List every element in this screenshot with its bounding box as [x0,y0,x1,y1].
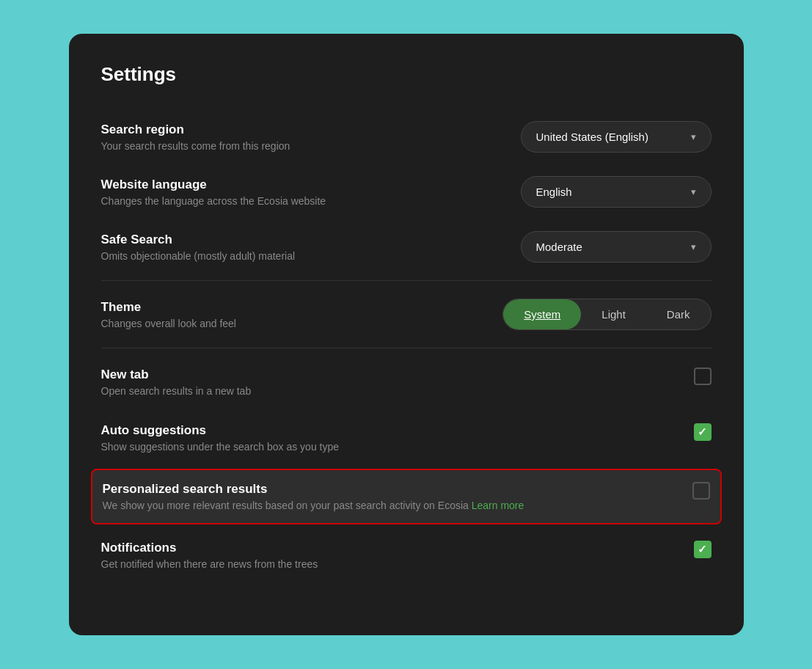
theme-desc: Changes overall look and feel [101,318,474,329]
auto-suggestions-row: Auto suggestions Show suggestions under … [101,410,712,466]
website-language-info: Website language Changes the language ac… [101,178,491,207]
learn-more-link[interactable]: Learn more [472,500,524,511]
theme-toggle-group: System Light Dark [502,299,711,330]
personalized-search-info: Personalized search results We show you … [103,482,663,511]
notifications-checkbox[interactable] [694,541,712,558]
new-tab-control [694,368,712,385]
notifications-desc: Get notified when there are news from th… [101,558,665,570]
safe-search-control: Moderate ▾ [521,231,712,263]
safe-search-desc: Omits objectionable (mostly adult) mater… [101,250,491,262]
search-region-control: United States (English) ▾ [521,121,712,153]
settings-panel: Settings Search region Your search resul… [69,34,744,635]
theme-system-button[interactable]: System [503,299,581,329]
search-region-info: Search region Your search results come f… [101,123,491,152]
theme-dark-button[interactable]: Dark [646,299,711,329]
personalized-search-checkbox[interactable] [692,482,710,500]
new-tab-info: New tab Open search results in a new tab [101,368,665,397]
website-language-value: English [536,186,572,198]
divider-1 [101,280,712,281]
chevron-down-icon: ▾ [691,131,696,142]
new-tab-row: New tab Open search results in a new tab [101,354,712,410]
notifications-row: Notifications Get notified when there ar… [101,527,712,583]
safe-search-row: Safe Search Omits objectionable (mostly … [101,219,712,274]
website-language-control: English ▾ [521,176,712,208]
search-region-dropdown[interactable]: United States (English) ▾ [521,121,712,153]
personalized-search-label: Personalized search results [103,482,663,497]
search-region-label: Search region [101,123,491,137]
chevron-down-icon: ▾ [691,241,696,252]
notifications-info: Notifications Get notified when there ar… [101,541,665,570]
website-language-label: Website language [101,178,491,192]
new-tab-label: New tab [101,368,665,382]
auto-suggestions-checkbox[interactable] [694,423,712,441]
theme-light-button[interactable]: Light [581,299,646,329]
personalized-search-row: Personalized search results We show you … [91,469,722,524]
website-language-dropdown[interactable]: English ▾ [521,176,712,208]
notifications-label: Notifications [101,541,665,555]
divider-2 [101,348,712,348]
personalized-search-control [692,482,710,500]
new-tab-checkbox[interactable] [694,368,712,385]
settings-title: Settings [101,63,712,86]
auto-suggestions-desc: Show suggestions under the search box as… [101,441,665,453]
theme-row: Theme Changes overall look and feel Syst… [101,287,712,342]
safe-search-info: Safe Search Omits objectionable (mostly … [101,233,491,262]
safe-search-label: Safe Search [101,233,491,247]
theme-info: Theme Changes overall look and feel [101,300,474,329]
auto-suggestions-info: Auto suggestions Show suggestions under … [101,423,665,453]
safe-search-value: Moderate [536,241,582,253]
theme-label: Theme [101,300,474,315]
auto-suggestions-control [694,423,712,441]
theme-control: System Light Dark [502,299,711,330]
website-language-desc: Changes the language across the Ecosia w… [101,195,491,207]
safe-search-dropdown[interactable]: Moderate ▾ [521,231,712,263]
auto-suggestions-label: Auto suggestions [101,423,665,438]
new-tab-desc: Open search results in a new tab [101,385,665,397]
chevron-down-icon: ▾ [691,186,696,197]
search-region-value: United States (English) [536,131,648,143]
website-language-row: Website language Changes the language ac… [101,164,712,219]
personalized-search-desc: We show you more relevant results based … [103,500,663,511]
search-region-desc: Your search results come from this regio… [101,140,491,152]
search-region-row: Search region Your search results come f… [101,109,712,164]
notifications-control [694,541,712,558]
